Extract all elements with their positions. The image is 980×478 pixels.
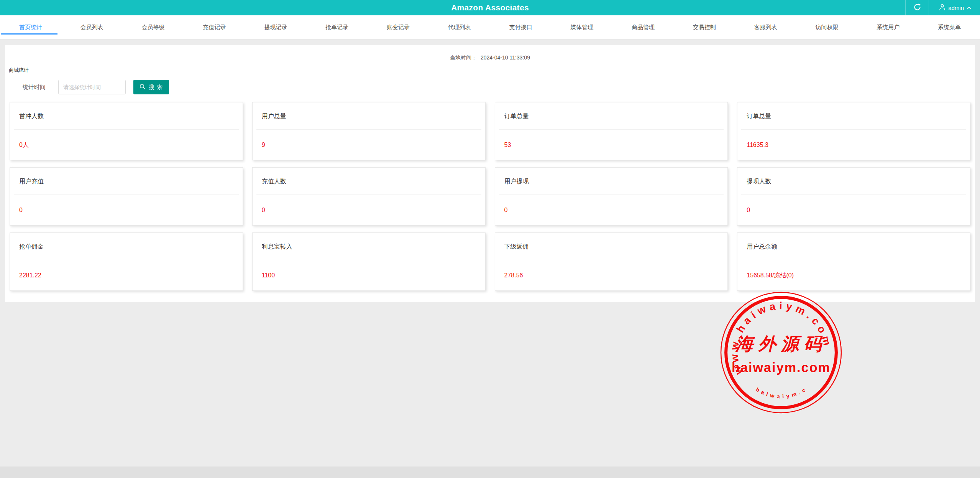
stat-card-title: 下级返佣: [499, 233, 724, 260]
filter-row: 统计时间 搜 索: [5, 80, 975, 94]
refresh-button[interactable]: [906, 0, 929, 15]
main-nav: 首页统计 会员列表 会员等级 充值记录 提现记录 抢单记录 账变记录 代理列表 …: [0, 15, 980, 40]
stat-card-value: 0: [256, 195, 481, 225]
stat-card-title: 充值人数: [256, 168, 481, 195]
search-button[interactable]: 搜 索: [133, 80, 169, 94]
local-time-label: 当地时间：: [450, 54, 477, 61]
username-label: admin: [948, 5, 964, 11]
stat-time-label: 统计时间: [23, 84, 46, 91]
content-area: 当地时间： 2024-04-10 11:33:09 商城统计 统计时间 搜 索 …: [0, 40, 980, 302]
tab-account-change-records[interactable]: 账变记录: [368, 15, 429, 39]
stat-time-input[interactable]: [58, 80, 126, 94]
stamp-arc-top-text: www.haiwaiym.com: [728, 300, 834, 377]
stat-card-user-total-balance: 用户总余额 15658.58/冻结(0): [737, 232, 970, 291]
refresh-icon: [914, 3, 921, 12]
tab-media-management[interactable]: 媒体管理: [551, 15, 612, 39]
local-time-value: 2024-04-10 11:33:09: [481, 54, 530, 61]
tab-payment-api[interactable]: 支付接口: [490, 15, 552, 39]
stat-card-value: 11635.3: [741, 130, 966, 160]
stat-card-title: 用户总量: [256, 102, 481, 130]
stat-card-value: 9: [256, 130, 481, 160]
stat-card-title: 订单总量: [741, 102, 966, 130]
tab-home-stats[interactable]: 首页统计: [0, 15, 61, 39]
tab-product-management[interactable]: 商品管理: [612, 15, 674, 39]
header-actions: admin: [905, 0, 980, 15]
stamp-center-en-text: haiwaiym.com: [732, 360, 831, 375]
tab-member-level[interactable]: 会员等级: [123, 15, 184, 39]
stat-card-recharge-users: 充值人数 0: [252, 167, 486, 226]
svg-text:www.haiwaiym.com: www.haiwaiym.com: [728, 300, 834, 377]
stat-card-title: 提现人数: [741, 168, 966, 195]
stats-panel: 当地时间： 2024-04-10 11:33:09 商城统计 统计时间 搜 索 …: [5, 45, 975, 302]
horizontal-scrollbar-track[interactable]: [0, 466, 980, 478]
stat-card-user-withdraw: 用户提现 0: [495, 167, 728, 226]
stat-card-value: 53: [499, 130, 724, 160]
tab-withdraw-records[interactable]: 提现记录: [245, 15, 306, 39]
stat-card-value: 0: [499, 195, 724, 225]
stat-card-user-recharge: 用户充值 0: [10, 167, 243, 226]
stat-card-value: 0: [741, 195, 966, 225]
stat-card-title: 用户总余额: [741, 233, 966, 260]
tab-trade-control[interactable]: 交易控制: [674, 15, 735, 39]
stamp-arc-bottom-text: haiwaiym.com: [719, 291, 809, 399]
user-icon: [939, 4, 946, 12]
stamp-inner-ring: [726, 297, 836, 408]
stat-card-grab-commission: 抢单佣金 2281.22: [10, 232, 243, 291]
stat-card-total-orders: 订单总量 53: [495, 102, 728, 160]
chevron-up-icon: [967, 5, 972, 11]
stat-card-withdraw-users: 提现人数 0: [737, 167, 970, 226]
stat-card-total-users: 用户总量 9: [252, 102, 486, 160]
stat-card-value: 2281.22: [14, 260, 239, 290]
stat-card-total-order-amount: 订单总量 11635.3: [737, 102, 970, 160]
stat-card-grid: 首冲人数 0人 用户总量 9 订单总量 53 订单总量 11635.3 用户充值…: [5, 102, 975, 291]
user-menu[interactable]: admin: [929, 0, 980, 15]
stamp-center-cn-text: 海外源码: [735, 334, 826, 354]
app-header: Amazon Associates admin: [0, 0, 980, 15]
tab-order-grab-records[interactable]: 抢单记录: [306, 15, 368, 39]
stat-card-title: 首冲人数: [14, 102, 239, 130]
stat-card-first-recharge-users: 首冲人数 0人: [10, 102, 243, 160]
stat-card-value: 1100: [256, 260, 481, 290]
tab-access-permission[interactable]: 访问权限: [796, 15, 858, 39]
tab-system-menu[interactable]: 系统菜单: [919, 15, 980, 39]
stat-card-subordinate-rebate: 下级返佣 278.56: [495, 232, 728, 291]
svg-text:haiwaiym.com: haiwaiym.com: [719, 291, 809, 399]
app-title: Amazon Associates: [451, 3, 529, 12]
local-time-row: 当地时间： 2024-04-10 11:33:09: [5, 54, 975, 61]
stat-card-title: 利息宝转入: [256, 233, 481, 260]
search-button-label: 搜 索: [149, 84, 163, 91]
stat-card-interest-transfer-in: 利息宝转入 1100: [252, 232, 486, 291]
stat-card-title: 用户提现: [499, 168, 724, 195]
stat-card-value: 0: [14, 195, 239, 225]
tab-service-list[interactable]: 客服列表: [735, 15, 796, 39]
watermark-stamp: www.haiwaiym.com 海外源码 haiwaiym.com haiwa…: [719, 291, 843, 414]
stamp-outer-ring: [721, 292, 841, 413]
stat-card-title: 订单总量: [499, 102, 724, 130]
tab-recharge-records[interactable]: 充值记录: [184, 15, 245, 39]
stat-card-value: 278.56: [499, 260, 724, 290]
section-title: 商城统计: [5, 67, 975, 74]
search-icon: [140, 84, 146, 91]
tab-member-list[interactable]: 会员列表: [61, 15, 123, 39]
stat-card-title: 抢单佣金: [14, 233, 239, 260]
stat-card-value: 0人: [14, 130, 239, 160]
tab-system-users[interactable]: 系统用户: [857, 15, 919, 39]
stat-card-value: 15658.58/冻结(0): [741, 260, 966, 290]
stat-card-title: 用户充值: [14, 168, 239, 195]
tab-agent-list[interactable]: 代理列表: [429, 15, 490, 39]
